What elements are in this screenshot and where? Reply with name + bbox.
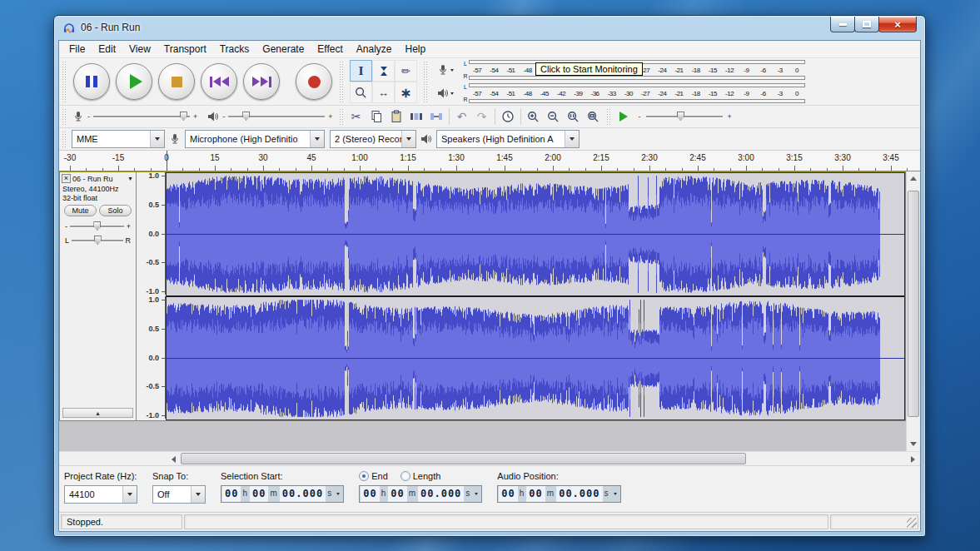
- waveform-right-channel[interactable]: [167, 297, 904, 419]
- menu-tracks[interactable]: Tracks: [213, 42, 256, 57]
- horizontal-scroll-thumb[interactable]: [181, 453, 746, 464]
- fit-selection-button[interactable]: [564, 107, 584, 127]
- sync-lock-button[interactable]: [498, 107, 518, 127]
- selection-end-time[interactable]: 00h00m00.000s: [359, 485, 482, 503]
- minimize-button[interactable]: [830, 17, 855, 32]
- horizontal-scroll-track[interactable]: [181, 453, 906, 464]
- trim-audio-button[interactable]: [406, 107, 426, 127]
- transport-play-button[interactable]: [116, 63, 152, 100]
- vertical-scroll-track[interactable]: [908, 186, 919, 437]
- selection-start-time[interactable]: 00h00m00.000s: [221, 485, 344, 503]
- audio-host-select[interactable]: MME: [72, 130, 165, 148]
- toolbar-grip[interactable]: [339, 61, 344, 102]
- maximize-button[interactable]: [854, 17, 879, 32]
- menu-view[interactable]: View: [122, 42, 157, 57]
- slider-thumb[interactable]: [677, 112, 684, 121]
- undo-button[interactable]: ↶: [452, 107, 472, 127]
- scroll-right-button[interactable]: [906, 452, 920, 466]
- recording-device-select[interactable]: Microphone (High Definitio: [185, 130, 325, 148]
- transport-stop-button[interactable]: [158, 63, 195, 100]
- close-button[interactable]: ×: [878, 17, 917, 32]
- time-digits[interactable]: 00: [525, 486, 545, 502]
- resize-grip[interactable]: [907, 518, 917, 528]
- envelope-tool-button[interactable]: [372, 60, 395, 82]
- time-shift-tool-button[interactable]: ↔: [372, 82, 395, 103]
- play-at-speed-button[interactable]: [614, 107, 634, 127]
- length-radio[interactable]: Length: [400, 471, 441, 481]
- solo-button[interactable]: Solo: [99, 205, 132, 216]
- scroll-down-button[interactable]: [907, 437, 920, 451]
- end-radio[interactable]: End: [359, 471, 388, 481]
- project-rate-select[interactable]: 44100: [64, 485, 137, 504]
- slider-thumb[interactable]: [93, 221, 101, 231]
- time-digits[interactable]: 00: [221, 486, 241, 502]
- recording-volume-slider[interactable]: [93, 111, 190, 122]
- chevron-down-icon[interactable]: [471, 486, 481, 502]
- menu-help[interactable]: Help: [399, 42, 433, 57]
- menu-file[interactable]: File: [62, 42, 92, 57]
- zoom-tool-button[interactable]: [350, 82, 372, 103]
- playback-device-select[interactable]: Speakers (High Definition A: [436, 130, 580, 148]
- snap-to-select[interactable]: Off: [152, 485, 206, 504]
- transport-pause-button[interactable]: [73, 63, 110, 100]
- selection-tool-button[interactable]: I: [350, 60, 372, 82]
- audio-position-time[interactable]: 00h00m00.000s: [497, 485, 620, 503]
- recording-channels-select[interactable]: 2 (Stereo) Recor: [330, 130, 416, 148]
- fit-project-button[interactable]: [584, 107, 604, 127]
- timeline-ruler[interactable]: -30-1501530451:001:151:301:452:002:152:3…: [59, 151, 920, 171]
- microphone-meter-icon[interactable]: [437, 64, 462, 76]
- horizontal-scrollbar[interactable]: [167, 452, 920, 465]
- time-digits[interactable]: 00: [498, 486, 517, 502]
- playback-meter[interactable]: LR -57-54-51-48-45-42-39-36-33-30-27-24-…: [437, 82, 805, 104]
- waveform-display[interactable]: [166, 172, 905, 420]
- toolbar-grip[interactable]: [339, 108, 344, 125]
- toolbar-grip[interactable]: [62, 131, 67, 147]
- menu-analyze[interactable]: Analyze: [350, 42, 399, 57]
- play-speed-slider[interactable]: [646, 111, 723, 122]
- playback-volume-slider[interactable]: [228, 111, 325, 122]
- paste-button[interactable]: [386, 107, 406, 127]
- slider-thumb[interactable]: [180, 112, 187, 121]
- draw-tool-button[interactable]: ✏: [395, 60, 417, 82]
- slider-thumb[interactable]: [242, 112, 250, 121]
- transport-record-button[interactable]: [296, 63, 332, 100]
- toolbar-grip[interactable]: [62, 61, 67, 102]
- copy-button[interactable]: [366, 107, 386, 127]
- track-menu-button[interactable]: ▼: [127, 176, 134, 181]
- gain-slider[interactable]: [70, 221, 124, 232]
- time-digits[interactable]: 00.000: [555, 486, 602, 502]
- time-digits[interactable]: 00.000: [279, 486, 326, 502]
- track-close-button[interactable]: ×: [62, 174, 71, 183]
- slider-thumb[interactable]: [94, 236, 102, 245]
- track-collapse-button[interactable]: ▲: [62, 408, 133, 418]
- cut-button[interactable]: ✂: [346, 107, 366, 127]
- toolbar-grip[interactable]: [606, 108, 611, 125]
- pan-slider[interactable]: [72, 235, 122, 246]
- waveform-left-channel[interactable]: [167, 173, 904, 295]
- silence-audio-button[interactable]: [426, 107, 446, 127]
- chevron-down-icon[interactable]: [610, 486, 620, 502]
- toolbar-grip[interactable]: [62, 108, 67, 125]
- speaker-meter-icon[interactable]: [437, 87, 462, 99]
- mute-button[interactable]: Mute: [64, 205, 97, 216]
- menu-effect[interactable]: Effect: [311, 42, 349, 57]
- time-digits[interactable]: 00.000: [417, 486, 464, 502]
- time-digits[interactable]: 00: [249, 486, 268, 502]
- scroll-up-button[interactable]: [907, 171, 920, 186]
- redo-button[interactable]: ↷: [472, 107, 492, 127]
- transport-skip-start-button[interactable]: [201, 63, 237, 100]
- track-name[interactable]: 06 - Run Ru: [72, 175, 126, 183]
- vertical-scroll-thumb[interactable]: [908, 191, 919, 417]
- chevron-down-icon[interactable]: [333, 486, 343, 502]
- time-digits[interactable]: 00: [387, 486, 406, 502]
- transport-skip-end-button[interactable]: [243, 63, 280, 100]
- menu-transport[interactable]: Transport: [157, 42, 213, 57]
- toolbar-grip[interactable]: [423, 61, 428, 102]
- zoom-out-button[interactable]: [544, 107, 564, 127]
- titlebar[interactable]: 06 - Run Run ×: [54, 16, 925, 39]
- vertical-scrollbar[interactable]: [906, 171, 920, 451]
- scroll-left-button[interactable]: [167, 452, 181, 466]
- multi-tool-button[interactable]: ∗: [395, 82, 417, 103]
- zoom-in-button[interactable]: [524, 107, 544, 127]
- time-digits[interactable]: 00: [360, 486, 379, 502]
